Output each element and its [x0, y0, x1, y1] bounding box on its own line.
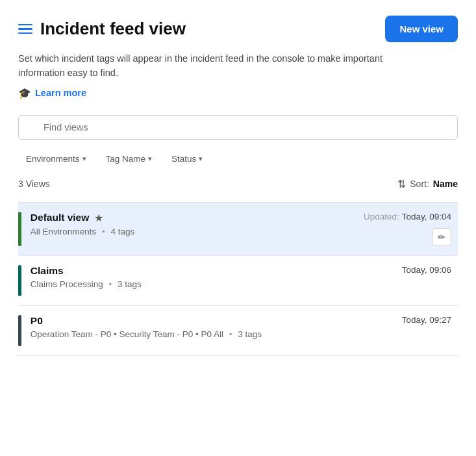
view-name: Default view [31, 212, 89, 223]
learn-more-label: Learn more [35, 88, 86, 98]
view-title-row: P0 [31, 315, 394, 327]
timestamp-label: Updated: [364, 212, 399, 222]
view-content: Default view ★ All Environments • 4 tags [31, 212, 356, 236]
view-environment: Claims Processing [31, 279, 103, 289]
view-timestamp: Today, 09:27 [402, 315, 451, 325]
page-description: Set which incident tags will appear in t… [18, 51, 421, 81]
pencil-icon: ✏ [438, 232, 445, 242]
view-item-row: Claims Claims Processing • 3 tags Today,… [31, 265, 451, 289]
view-meta: Operation Team - P0 • Security Team - P0… [31, 329, 394, 339]
status-filter-label: Status [171, 154, 196, 164]
view-title-row: Claims [31, 265, 394, 277]
header-left: Incident feed view [18, 19, 186, 39]
view-title-row: Default view ★ [31, 212, 356, 224]
view-bar-indicator [18, 265, 21, 296]
learn-more-link[interactable]: 🎓 Learn more [18, 87, 86, 99]
page-title: Incident feed view [40, 19, 186, 39]
view-tags: 3 tags [238, 329, 262, 339]
view-meta: Claims Processing • 3 tags [31, 279, 394, 289]
tag-name-filter[interactable]: Tag Name ▾ [98, 150, 160, 168]
timestamp-value: Today, 09:27 [402, 315, 451, 325]
filters-row: Environments ▾ Tag Name ▾ Status ▾ [18, 150, 458, 168]
view-bar-indicator [18, 212, 21, 246]
menu-icon[interactable] [18, 24, 32, 34]
views-count: 3 Views [18, 179, 50, 189]
search-wrapper: 🔍 [18, 115, 458, 140]
view-tags: 4 tags [110, 227, 134, 236]
timestamp-value: Today, 09:06 [402, 265, 451, 275]
timestamp-value: Today, 09:04 [402, 212, 451, 222]
view-bar-indicator [18, 315, 21, 346]
view-environment: Operation Team - P0 • Security Team - P0… [31, 329, 223, 339]
list-item[interactable]: P0 Operation Team - P0 • Security Team -… [18, 306, 458, 356]
view-right: Today, 09:27 [394, 315, 451, 325]
chevron-down-icon: ▾ [82, 155, 86, 163]
view-timestamp: Updated: Today, 09:04 [364, 212, 451, 222]
views-list: Default view ★ All Environments • 4 tags… [18, 202, 458, 356]
view-item-row: P0 Operation Team - P0 • Security Team -… [31, 315, 451, 339]
view-right: Today, 09:06 [394, 265, 451, 275]
view-tags: 3 tags [118, 279, 142, 289]
header-row: Incident feed view New view [18, 16, 458, 42]
view-name: Claims [31, 265, 64, 277]
view-name: P0 [31, 315, 43, 327]
view-timestamp: Today, 09:06 [402, 265, 451, 275]
view-meta: All Environments • 4 tags [31, 227, 356, 236]
star-icon[interactable]: ★ [94, 212, 103, 224]
list-item[interactable]: Claims Claims Processing • 3 tags Today,… [18, 256, 458, 306]
view-item-row: Default view ★ All Environments • 4 tags… [31, 212, 451, 246]
chevron-down-icon: ▾ [199, 155, 203, 163]
views-sort-row: 3 Views ⇅ Sort: Name [18, 178, 458, 196]
search-input[interactable] [18, 115, 458, 140]
chevron-down-icon: ▾ [148, 155, 152, 163]
list-item[interactable]: Default view ★ All Environments • 4 tags… [18, 203, 458, 256]
sort-control[interactable]: ⇅ Sort: Name [397, 178, 458, 190]
view-content: P0 Operation Team - P0 • Security Team -… [31, 315, 394, 339]
sort-icon: ⇅ [397, 178, 406, 190]
environments-filter-label: Environments [26, 154, 80, 164]
new-view-button[interactable]: New view [385, 16, 458, 42]
view-content: Claims Claims Processing • 3 tags [31, 265, 394, 289]
view-right: Updated: Today, 09:04 ✏ [356, 212, 451, 246]
sort-prefix: Sort: [410, 179, 429, 189]
edit-button[interactable]: ✏ [432, 228, 451, 246]
status-filter[interactable]: Status ▾ [164, 150, 210, 168]
tag-name-filter-label: Tag Name [106, 154, 146, 164]
graduation-icon: 🎓 [18, 87, 31, 99]
sort-value: Name [433, 179, 458, 189]
environments-filter[interactable]: Environments ▾ [18, 150, 94, 168]
view-environment: All Environments [31, 227, 96, 236]
